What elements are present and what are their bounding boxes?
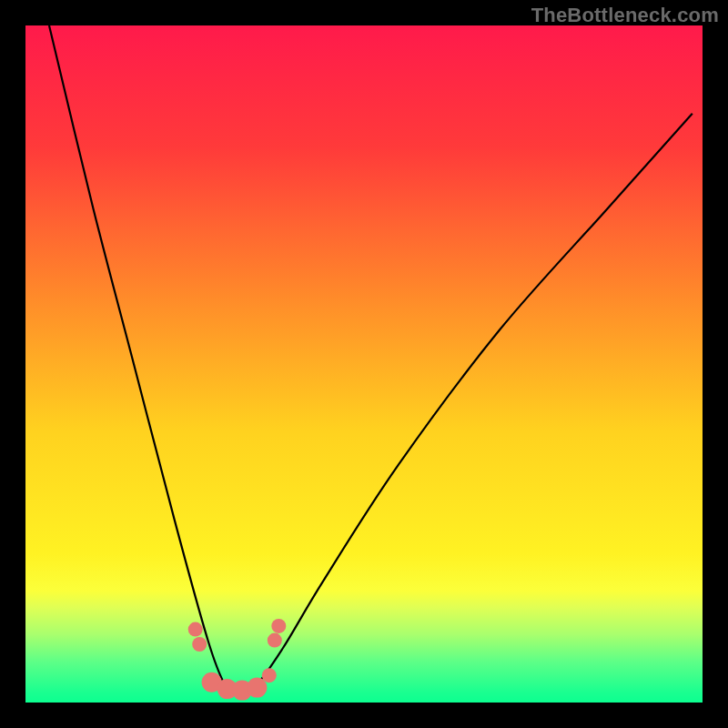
gradient-background: [25, 25, 703, 703]
bottleneck-chart: [25, 25, 703, 703]
chart-frame: [25, 25, 703, 703]
data-marker: [268, 633, 282, 648]
data-marker: [192, 637, 207, 652]
data-marker: [188, 622, 203, 637]
data-marker: [271, 619, 286, 633]
data-marker: [247, 678, 267, 698]
watermark-text: TheBottleneck.com: [531, 4, 719, 27]
data-marker: [262, 668, 277, 682]
